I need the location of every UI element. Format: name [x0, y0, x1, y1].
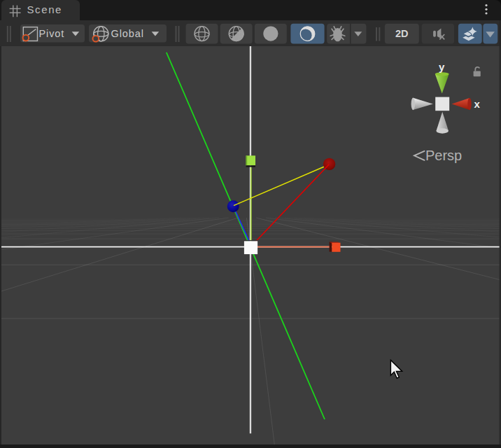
svg-text:y: y	[439, 61, 445, 73]
svg-text:Scene: Scene	[27, 4, 63, 15]
svg-text:Pivot: Pivot	[39, 28, 65, 39]
svg-text:2D: 2D	[395, 28, 409, 39]
svg-text:Persp: Persp	[425, 148, 462, 163]
svg-text:x: x	[474, 98, 481, 110]
svg-text:Global: Global	[111, 28, 144, 39]
